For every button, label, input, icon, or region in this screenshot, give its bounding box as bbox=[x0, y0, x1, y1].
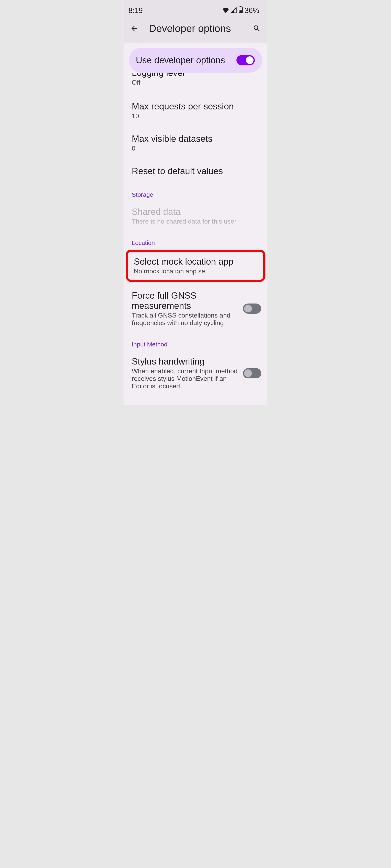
item-subtitle: Track all GNSS constellations and freque… bbox=[132, 312, 239, 327]
item-title: Max requests per session bbox=[132, 101, 259, 112]
master-toggle-switch[interactable] bbox=[236, 55, 255, 65]
section-header-location: Location bbox=[123, 232, 268, 248]
item-text: Stylus handwriting When enabled, current… bbox=[132, 356, 239, 390]
item-title: Force full GNSS measurements bbox=[132, 290, 239, 311]
setting-mock-location[interactable]: Select mock location app No mock locatio… bbox=[125, 250, 266, 282]
svg-rect-1 bbox=[240, 6, 242, 7]
setting-force-gnss[interactable]: Force full GNSS measurements Track all G… bbox=[123, 284, 268, 334]
setting-reset-defaults[interactable]: Reset to default values bbox=[123, 159, 268, 184]
status-time: 8:19 bbox=[129, 6, 143, 15]
setting-shared-data: Shared data There is no shared data for … bbox=[123, 200, 268, 232]
svg-rect-2 bbox=[240, 10, 242, 12]
item-title: Logging level bbox=[132, 73, 259, 78]
item-subtitle: No mock location app set bbox=[134, 268, 257, 275]
item-text: Force full GNSS measurements Track all G… bbox=[132, 290, 239, 327]
item-title: Reset to default values bbox=[132, 166, 259, 176]
stylus-toggle-switch[interactable] bbox=[243, 368, 261, 378]
item-subtitle: When enabled, current Input method recei… bbox=[132, 367, 239, 390]
item-title: Max visible datasets bbox=[132, 134, 259, 144]
arrow-back-icon bbox=[130, 24, 138, 33]
search-button[interactable] bbox=[252, 24, 262, 33]
item-subtitle: 10 bbox=[132, 112, 259, 120]
phone-screen: 8:19 36% Developer options Use developer… bbox=[123, 0, 268, 405]
status-bar: 8:19 36% bbox=[123, 0, 268, 19]
battery-icon bbox=[239, 6, 243, 15]
switch-thumb bbox=[244, 305, 252, 312]
app-bar: Developer options bbox=[123, 19, 268, 42]
setting-max-visible-datasets[interactable]: Max visible datasets 0 bbox=[123, 127, 268, 159]
item-title: Shared data bbox=[132, 207, 259, 217]
master-toggle-label: Use developer options bbox=[136, 55, 225, 65]
item-title: Select mock location app bbox=[134, 256, 257, 267]
item-subtitle: 0 bbox=[132, 145, 259, 152]
search-icon bbox=[253, 24, 261, 33]
switch-thumb bbox=[246, 56, 254, 64]
signal-icon bbox=[231, 6, 237, 15]
settings-content[interactable]: Logging level Off Max requests per sessi… bbox=[123, 73, 268, 405]
page-title: Developer options bbox=[149, 23, 242, 34]
section-header-storage: Storage bbox=[123, 184, 268, 200]
item-title: Stylus handwriting bbox=[132, 356, 239, 367]
battery-percentage: 36% bbox=[245, 6, 259, 15]
back-button[interactable] bbox=[129, 24, 139, 33]
setting-logging-level[interactable]: Logging level Off bbox=[123, 73, 268, 94]
status-right: 36% bbox=[222, 6, 259, 15]
setting-max-requests[interactable]: Max requests per session 10 bbox=[123, 94, 268, 127]
item-subtitle: Off bbox=[132, 79, 259, 86]
gnss-toggle-switch[interactable] bbox=[243, 304, 261, 314]
setting-stylus-handwriting[interactable]: Stylus handwriting When enabled, current… bbox=[123, 349, 268, 397]
wifi-icon bbox=[222, 6, 229, 15]
section-header-input-method: Input Method bbox=[123, 334, 268, 349]
switch-thumb bbox=[244, 369, 252, 377]
master-toggle-row[interactable]: Use developer options bbox=[129, 48, 262, 73]
item-subtitle: There is no shared data for this user. bbox=[132, 218, 259, 225]
